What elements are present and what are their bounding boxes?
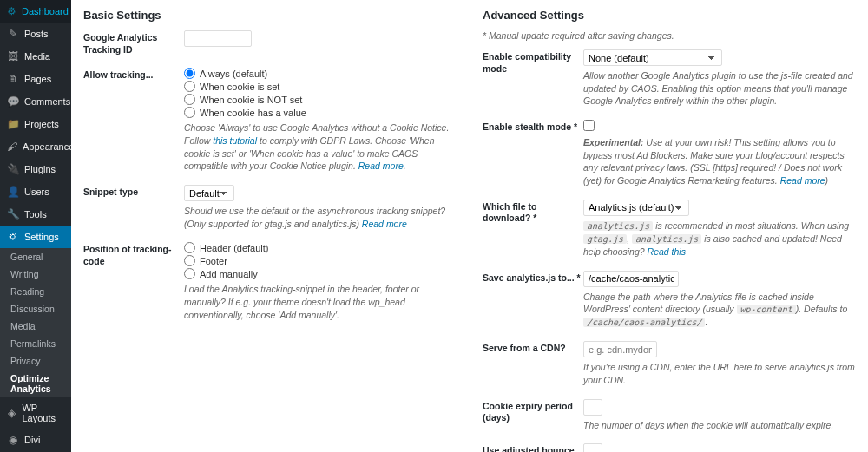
basic-settings-column: Basic Settings Google Analytics Tracking… — [83, 9, 457, 443]
position-radio-label: Footer — [200, 256, 227, 266]
cookie-expiry-label: Cookie expiry period (days) — [483, 399, 583, 424]
submenu-item-media[interactable]: Media — [0, 318, 71, 335]
position-desc: Load the Analytics tracking-snippet in t… — [184, 283, 457, 321]
submenu-item-discussion[interactable]: Discussion — [0, 300, 71, 318]
menu-icon: ⚙ — [7, 5, 16, 17]
which-read-this-link[interactable]: Read this — [648, 246, 686, 257]
compat-desc: Allow another Google Analytics plugin to… — [583, 69, 856, 108]
menu-item-media[interactable]: 🖾Media — [0, 45, 71, 68]
advanced-settings-column: Advanced Settings * Manual update requir… — [483, 9, 856, 443]
tutorial-link[interactable]: this tutorial — [213, 135, 257, 146]
settings-content: Basic Settings Google Analytics Tracking… — [71, 0, 868, 452]
allow-radio-2[interactable] — [184, 94, 195, 105]
stealth-checkbox[interactable] — [583, 120, 595, 131]
menu-item-settings[interactable]: ⛭Settings — [0, 226, 71, 248]
menu-icon: 📁 — [7, 118, 19, 130]
allow-radio-label: When cookie is set — [200, 82, 279, 92]
menu-item-tools[interactable]: 🔧Tools — [0, 203, 71, 226]
which-file-select[interactable]: Analytics.js (default) — [583, 200, 689, 216]
save-path-desc: Change the path where the Analytics-file… — [583, 291, 856, 330]
cookie-expiry-desc: The number of days when the cookie will … — [583, 419, 856, 432]
save-path-input[interactable] — [583, 271, 679, 287]
snippet-read-more-link[interactable]: Read more — [362, 219, 407, 229]
menu-item-comments[interactable]: 💬Comments — [0, 90, 71, 113]
menu-item-plugins[interactable]: 🔌Plugins — [0, 158, 71, 180]
submenu-item-reading[interactable]: Reading — [0, 283, 71, 300]
cdn-label: Serve from a CDN? — [483, 341, 583, 355]
cookie-expiry-input[interactable] — [583, 399, 602, 416]
read-more-link[interactable]: Read more — [358, 160, 404, 171]
menu-icon: ◈ — [7, 407, 16, 419]
submenu-item-optimize-analytics[interactable]: Optimize Analytics — [0, 370, 71, 397]
menu-item-appearance[interactable]: 🖌Appearance — [0, 135, 71, 158]
menu-item-dashboard[interactable]: ⚙Dashboard — [0, 0, 71, 23]
which-file-desc: analytics.js is recommended in most situ… — [583, 219, 856, 259]
menu-icon: 👤 — [7, 186, 19, 198]
stealth-read-more-link[interactable]: Read more — [780, 175, 825, 186]
position-radio-0[interactable] — [184, 242, 195, 253]
menu-icon: 🔧 — [7, 208, 19, 220]
menu-icon: ⛭ — [7, 231, 19, 243]
cdn-input[interactable] — [583, 341, 657, 357]
menu-icon: 💬 — [7, 95, 19, 108]
admin-sidebar: ⚙Dashboard✎Posts🖾Media🗎Pages💬Comments📁Pr… — [0, 0, 71, 452]
menu-item-divi[interactable]: ◉Divi — [0, 429, 71, 451]
allow-radio-label: When cookie has a value — [200, 108, 306, 118]
position-radio-label: Add manually — [200, 269, 258, 279]
bounce-rate-input[interactable] — [583, 443, 602, 452]
menu-icon: 🔌 — [7, 163, 19, 175]
allow-radio-0[interactable] — [184, 68, 195, 79]
stealth-label: Enable stealth mode * — [483, 120, 583, 134]
submenu-item-privacy[interactable]: Privacy — [0, 352, 71, 370]
position-radio-label: Header (default) — [200, 243, 269, 253]
menu-item-pages[interactable]: 🗎Pages — [0, 68, 71, 90]
menu-icon: 🖌 — [7, 141, 17, 153]
allow-radio-3[interactable] — [184, 107, 195, 118]
menu-item-users[interactable]: 👤Users — [0, 180, 71, 203]
stealth-desc: Experimental: Use at your own risk! This… — [583, 136, 856, 187]
position-radio-2[interactable] — [184, 268, 195, 279]
tracking-id-label: Google Analytics Tracking ID — [83, 30, 184, 56]
position-radio-1[interactable] — [184, 255, 195, 266]
allow-radio-label: Always (default) — [200, 69, 267, 79]
compat-label: Enable compatibility mode — [483, 49, 583, 75]
advanced-heading: Advanced Settings — [483, 9, 856, 22]
snippet-type-select[interactable]: Default — [184, 185, 234, 201]
menu-icon: ✎ — [7, 28, 19, 40]
snippet-type-label: Snippet type — [83, 185, 184, 199]
basic-heading: Basic Settings — [83, 9, 457, 22]
bounce-rate-label: Use adjusted bounce rate? — [483, 443, 583, 452]
submenu-item-general[interactable]: General — [0, 248, 71, 265]
menu-item-posts[interactable]: ✎Posts — [0, 23, 71, 45]
compat-select[interactable]: None (default) — [583, 49, 722, 66]
menu-icon: 🖾 — [7, 50, 19, 62]
snippet-desc: Should we use the default or the asynchr… — [184, 205, 457, 230]
cdn-desc: If you're using a CDN, enter the URL her… — [583, 361, 856, 386]
allow-radio-1[interactable] — [184, 81, 195, 92]
position-label: Position of tracking-code — [83, 242, 184, 267]
menu-icon: ◉ — [7, 434, 19, 446]
which-file-label: Which file to download? * — [483, 200, 583, 225]
menu-item-projects[interactable]: 📁Projects — [0, 113, 71, 135]
manual-update-note: * Manual update required after saving ch… — [483, 30, 856, 41]
menu-item-wp-layouts[interactable]: ◈WP Layouts — [0, 397, 71, 429]
allow-tracking-label: Allow tracking... — [83, 68, 184, 82]
allow-radio-label: When cookie is NOT set — [200, 95, 302, 105]
allow-tracking-desc: Choose 'Always' to use Google Analytics … — [184, 121, 457, 173]
save-path-label: Save analytics.js to... * — [483, 271, 583, 285]
submenu-item-writing[interactable]: Writing — [0, 265, 71, 283]
submenu-item-permalinks[interactable]: Permalinks — [0, 335, 71, 352]
menu-icon: 🗎 — [7, 73, 19, 85]
tracking-id-input[interactable] — [184, 30, 252, 47]
